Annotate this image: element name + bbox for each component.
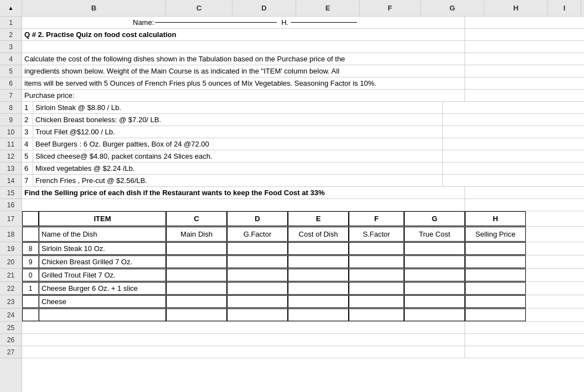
table-data-24-b[interactable] <box>39 309 166 321</box>
row-num-18: 18 <box>0 227 22 242</box>
cell-11-b: Beef Burgers : 6 Oz. Burger patties, Box… <box>33 138 443 150</box>
table-data-23-f[interactable] <box>349 295 404 308</box>
row-20[interactable]: 9 Chicken Breast Grilled 7 Oz. <box>22 255 584 269</box>
item3-text: Trout Filet @$12.00 / Lb. <box>35 128 115 136</box>
table-col-a-header <box>22 211 39 226</box>
cell-12-a: 5 <box>22 150 33 162</box>
table-col-d-header: D <box>227 211 288 226</box>
item4-num: 4 <box>24 140 28 148</box>
table-data-24-c[interactable] <box>166 309 227 321</box>
cell-27 <box>22 346 465 358</box>
table-data-23-b[interactable]: Cheese <box>39 295 166 308</box>
table-data-23-c[interactable] <box>166 295 227 308</box>
table-data-19-d[interactable] <box>227 242 288 255</box>
table-data-19-e[interactable] <box>288 242 349 255</box>
cell-9-b: Chicken Breast boneless: @ $7.20/ LB. <box>33 114 443 126</box>
col-header-b: B <box>22 0 166 16</box>
table-data-19-c[interactable] <box>166 242 227 255</box>
table-data-23-g[interactable] <box>404 295 465 308</box>
h-underline <box>291 22 357 23</box>
table-data-24-e[interactable] <box>288 309 349 321</box>
row-num-6: 6 <box>0 77 22 90</box>
table-data-23-a <box>22 295 39 308</box>
table-data-20-h[interactable] <box>465 255 526 268</box>
table-col-e-header: E <box>288 211 349 226</box>
cell-25 <box>22 322 465 333</box>
table-data-22-h[interactable] <box>465 282 526 295</box>
table-data-20-c[interactable] <box>166 255 227 268</box>
row-27 <box>22 346 584 358</box>
table-row-header-h: Selling Price <box>465 227 526 242</box>
table-data-19-f[interactable] <box>349 242 404 255</box>
table-data-21-h[interactable] <box>465 269 526 281</box>
table-data-21-c[interactable] <box>166 269 227 281</box>
table-data-22-c[interactable] <box>166 282 227 295</box>
row-4: Calculate the cost of the following dish… <box>22 53 584 65</box>
col-header-f: F <box>360 0 421 16</box>
row-23[interactable]: Cheese <box>22 295 584 309</box>
table-data-24-h[interactable] <box>465 309 526 321</box>
row-19[interactable]: 8 Sirloin Steak 10 Oz. <box>22 242 584 255</box>
table-col-b-header: ITEM <box>39 211 166 226</box>
table-row-header-b: Name of the Dish <box>39 227 166 242</box>
row-22[interactable]: 1 Cheese Burger 6 Oz. + 1 slice <box>22 282 584 295</box>
row-24[interactable] <box>22 309 584 322</box>
item1-text: Sirloin Steak @ $8.80 / Lb. <box>35 103 121 112</box>
cell-12-b: Sliced cheese@ $4.80, packet contains 24… <box>33 150 443 162</box>
table-data-24-g[interactable] <box>404 309 465 321</box>
table-data-19-h[interactable] <box>465 242 526 255</box>
row-num-16: 16 <box>0 199 22 211</box>
table-data-23-h[interactable] <box>465 295 526 308</box>
cell-8-a: 1 <box>22 102 33 113</box>
table-g-label: G <box>432 215 437 223</box>
table-data-22-b[interactable]: Cheese Burger 6 Oz. + 1 slice <box>39 282 166 295</box>
row-21[interactable]: 0 Grilled Trout Filet 7 Oz. <box>22 269 584 282</box>
row-num-9: 9 <box>0 114 22 126</box>
table-row-header-g: True Cost <box>404 227 465 242</box>
table-data-22-d[interactable] <box>227 282 288 295</box>
table-data-19-a: 8 <box>22 242 39 255</box>
row-num-15: 15 <box>0 187 22 199</box>
find-line: Find the Selling price of each dish if t… <box>24 189 324 197</box>
column-headers: ▲ B C D E F G H I <box>0 0 584 17</box>
table-data-21-d[interactable] <box>227 269 288 281</box>
table-h-label: H <box>493 215 498 223</box>
cell-10-a: 3 <box>22 126 33 138</box>
table-data-19-g[interactable] <box>404 242 465 255</box>
table-data-23-e[interactable] <box>288 295 349 308</box>
row-num-11: 11 <box>0 138 22 150</box>
cell-10-b: Trout Filet @$12.00 / Lb. <box>33 126 443 138</box>
table-row-header-e: Cost of Dish <box>288 227 349 242</box>
table-data-21-g[interactable] <box>404 269 465 281</box>
table-d-label: D <box>255 215 260 223</box>
table-data-24-d[interactable] <box>227 309 288 321</box>
table-data-20-d[interactable] <box>227 255 288 268</box>
col-header-g: G <box>421 0 484 16</box>
table-data-20-g[interactable] <box>404 255 465 268</box>
cell-13-b: Mixed vegetables @ $2.24 /Lb. <box>33 163 443 174</box>
text-7: Purchase price: <box>24 91 74 100</box>
row-num-4: 4 <box>0 53 22 65</box>
table-data-22-f[interactable] <box>349 282 404 295</box>
table-data-21-f[interactable] <box>349 269 404 281</box>
table-col-f-header: F <box>349 211 404 226</box>
item2-text: Chicken Breast boneless: @ $7.20/ LB. <box>35 116 161 124</box>
table-data-22-g[interactable] <box>404 282 465 295</box>
table-data-19-b[interactable]: Sirloin Steak 10 Oz. <box>39 242 166 255</box>
table-data-22-e[interactable] <box>288 282 349 295</box>
row-num-27: 27 <box>0 346 22 358</box>
cell-15-b: Find the Selling price of each dish if t… <box>22 187 465 198</box>
table-data-21-e[interactable] <box>288 269 349 281</box>
table-data-23-d[interactable] <box>227 295 288 308</box>
table-data-20-e[interactable] <box>288 255 349 268</box>
table-data-20-a: 9 <box>22 255 39 268</box>
row-13: 6 Mixed vegetables @ $2.24 /Lb. <box>22 163 584 175</box>
row-num-8: 8 <box>0 102 22 114</box>
row-num-22: 22 <box>0 282 22 295</box>
table-data-21-b[interactable]: Grilled Trout Filet 7 Oz. <box>39 269 166 281</box>
table-data-20-b[interactable]: Chicken Breast Grilled 7 Oz. <box>39 255 166 268</box>
table-data-20-f[interactable] <box>349 255 404 268</box>
table-data-24-f[interactable] <box>349 309 404 321</box>
table-f-label: F <box>374 215 379 223</box>
col-header-i: I <box>548 0 581 16</box>
